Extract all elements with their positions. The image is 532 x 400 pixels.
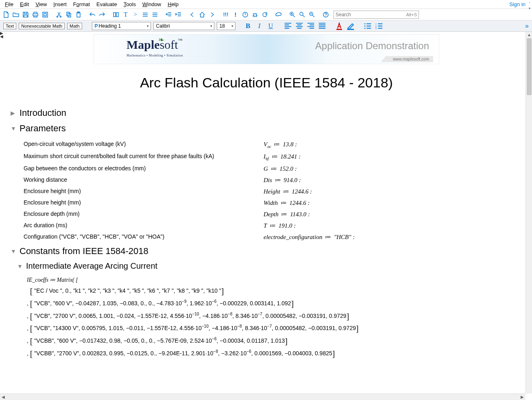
bold-button[interactable]: B	[244, 22, 253, 30]
param-label: Open-circuit voltage/system voltage (kV)	[24, 141, 264, 149]
collapse-icon[interactable]: ▶	[11, 110, 16, 116]
user-icon[interactable]: ▾	[529, 0, 530, 11]
search-box[interactable]: Alt+S	[334, 11, 419, 19]
param-value: T ≔ 191.0 :	[264, 222, 296, 229]
insert-prompt-icon[interactable]: >	[131, 10, 140, 19]
insert-section-icon[interactable]	[150, 10, 159, 19]
menu-tools[interactable]: Tools	[120, 0, 139, 8]
menu-insert[interactable]: Insert	[50, 0, 70, 8]
number-list-icon[interactable]: 123	[375, 22, 384, 30]
font-size-combo[interactable]: 18	[217, 22, 235, 30]
banner-site: www.maplesoft.com	[381, 56, 433, 62]
save-icon[interactable]	[21, 10, 30, 19]
param-row: Enclosure depth (mm)Depth ≔ 1143.0 :	[11, 209, 525, 220]
redo-icon[interactable]	[98, 10, 107, 19]
param-value: Depth ≔ 1143.0 :	[264, 211, 310, 218]
copy-icon[interactable]	[64, 10, 73, 19]
print-icon[interactable]	[31, 10, 40, 19]
zoom-reset-icon[interactable]	[298, 10, 307, 19]
param-value: Voc ≔ 13.8 :	[264, 141, 297, 149]
horizontal-scrollbar[interactable]: ◀ ▶	[0, 393, 525, 400]
scroll-thumb[interactable]	[527, 38, 532, 95]
execute-icon[interactable]: !	[231, 10, 240, 19]
paragraph-style-combo[interactable]: PHeading 1	[92, 22, 151, 30]
search-input[interactable]	[334, 11, 395, 18]
matrix-row: , [ "VCBB", "2700 V", 0.002823, 0.995, −…	[27, 346, 525, 359]
param-label: Arc duration (ms)	[24, 222, 264, 229]
param-value: G ≔ 152.0 :	[264, 165, 297, 172]
highlight-icon[interactable]	[346, 22, 355, 30]
indent-icon[interactable]	[164, 10, 173, 19]
math-tag-button[interactable]: Math	[67, 23, 82, 29]
italic-button[interactable]: I	[255, 22, 264, 30]
vertical-scrollbar[interactable]: ▲	[525, 32, 532, 393]
help-icon[interactable]	[321, 10, 330, 19]
font-color-icon[interactable]	[335, 22, 344, 30]
collapse-icon[interactable]: ▼	[11, 125, 16, 132]
param-row: Arc duration (ms)T ≔ 191.0 :	[11, 220, 525, 231]
forward-icon[interactable]	[207, 10, 216, 19]
open-icon[interactable]	[11, 10, 20, 19]
align-right-icon[interactable]	[306, 22, 315, 30]
main-toolbar: T > !!! ! Alt+S	[0, 9, 532, 20]
zoom-out-icon[interactable]	[307, 10, 316, 19]
collapse-icon[interactable]: ▼	[17, 263, 23, 270]
font-combo[interactable]: Calibri	[153, 22, 214, 30]
menu-help[interactable]: Help	[164, 0, 182, 8]
home-icon[interactable]	[198, 10, 207, 19]
print-preview-icon[interactable]	[41, 10, 50, 19]
cloud-icon[interactable]	[274, 10, 283, 19]
undo-icon[interactable]	[88, 10, 97, 19]
insert-text-icon[interactable]: T	[121, 10, 130, 19]
zoom-in-icon[interactable]	[288, 10, 297, 19]
align-center-icon[interactable]	[295, 22, 304, 30]
align-justify-icon[interactable]	[318, 22, 327, 30]
bullet-list-icon[interactable]	[363, 22, 372, 30]
param-value: Height ≔ 1244.6 :	[264, 188, 312, 195]
debug-icon[interactable]	[251, 10, 259, 19]
cut-icon[interactable]	[55, 10, 63, 19]
scroll-right-icon[interactable]: ▶	[519, 394, 525, 400]
menu-edit[interactable]: Edit	[17, 0, 32, 8]
execute-all-icon[interactable]: !!!	[221, 10, 230, 19]
collapse-icon[interactable]: ▼	[11, 248, 16, 254]
svg-point-6	[300, 12, 303, 15]
param-row: Open-circuit voltage/system voltage (kV)…	[11, 139, 525, 151]
param-value: Ibf ≔ 18.241 :	[264, 153, 301, 161]
scroll-left-icon[interactable]: ◀	[0, 394, 7, 400]
svg-point-12	[364, 25, 365, 26]
param-row: Gap between the conductors or electrodes…	[11, 163, 525, 174]
svg-text:3: 3	[375, 27, 377, 30]
banner-title: Application Demonstration	[315, 40, 429, 52]
insert-group-icon[interactable]	[111, 10, 120, 19]
signin-link[interactable]: Sign in	[509, 1, 525, 7]
menu-evaluate[interactable]: Evaluate	[93, 0, 120, 8]
outdent-icon[interactable]	[174, 10, 183, 19]
menu-view[interactable]: View	[32, 0, 50, 8]
menu-file[interactable]: File	[2, 0, 17, 8]
paste-icon[interactable]	[74, 10, 83, 19]
expand-toolbar-icon[interactable]: »	[525, 22, 529, 30]
text-tag-button[interactable]: Text	[3, 23, 16, 29]
param-value: electrode_configuration ≔ "HCB" :	[264, 233, 355, 241]
interrupt-icon[interactable]	[241, 10, 250, 19]
restart-icon[interactable]	[260, 10, 269, 19]
format-bar: Text Nonexecutable Math Math PHeading 1 …	[0, 20, 532, 32]
palette-handle[interactable]: ▶◀	[0, 32, 3, 38]
section-constants: Constants from IEEE 1584-2018	[20, 246, 148, 257]
new-doc-icon[interactable]	[2, 10, 11, 19]
nonexec-math-button[interactable]: Nonexecutable Math	[19, 23, 65, 29]
param-row: Working distanceDis ≔ 914.0 :	[11, 174, 525, 186]
align-left-icon[interactable]	[283, 22, 292, 30]
scroll-up-icon[interactable]: ▲	[526, 32, 532, 38]
svg-point-1	[57, 16, 58, 17]
section-intro: Introduction	[20, 108, 66, 118]
underline-button[interactable]: U	[266, 22, 275, 30]
menu-window[interactable]: Window	[139, 0, 164, 8]
matrix-row: , [ "VCB", "2700 V", 0.0065, 1.001, −0.0…	[27, 309, 525, 322]
remove-section-icon[interactable]	[141, 10, 150, 19]
menu-format[interactable]: Format	[70, 0, 93, 8]
back-icon[interactable]	[188, 10, 197, 19]
svg-rect-10	[347, 28, 354, 30]
matrix-row: , [ "VCB", "14300 V", 0.005795, 1.015, −…	[27, 321, 525, 334]
